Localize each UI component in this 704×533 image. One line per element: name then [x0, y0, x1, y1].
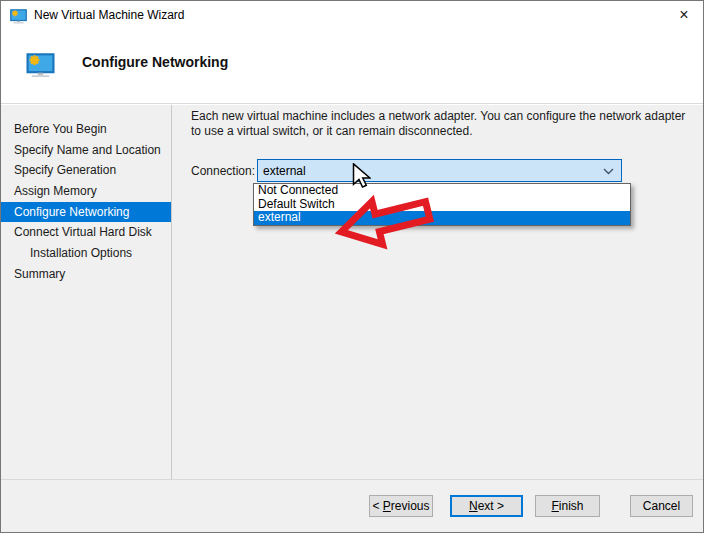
dropdown-option-default-switch[interactable]: Default Switch	[254, 198, 630, 212]
sidebar-step-before-you-begin[interactable]: Before You Begin	[1, 119, 171, 140]
cancel-button[interactable]: Cancel	[630, 495, 693, 517]
sidebar-step-assign-memory[interactable]: Assign Memory	[1, 181, 171, 202]
previous-button[interactable]: < Previous	[369, 495, 433, 517]
sidebar-step-configure-networking[interactable]: Configure Networking	[1, 202, 171, 223]
sidebar-step-specify-name-and-location[interactable]: Specify Name and Location	[1, 140, 171, 161]
finish-button[interactable]: Finish	[535, 495, 600, 517]
sidebar-step-specify-generation[interactable]: Specify Generation	[1, 160, 171, 181]
dropdown-option-external[interactable]: external	[254, 211, 630, 225]
button-bar: < PreviousNext >FinishCancel	[1, 480, 703, 533]
connection-dropdown-list: Not ConnectedDefault Switchexternal	[253, 183, 631, 226]
titlebar: New Virtual Machine Wizard ×	[1, 1, 703, 31]
sidebar-step-connect-virtual-hard-disk[interactable]: Connect Virtual Hard Disk	[1, 222, 171, 243]
window-title: New Virtual Machine Wizard	[34, 8, 185, 22]
next-button[interactable]: Next >	[450, 495, 523, 517]
chevron-down-icon	[603, 168, 614, 175]
vm-monitor-icon	[10, 9, 27, 24]
connection-selected-value: external	[263, 164, 306, 178]
wizard-header: Configure Networking	[1, 31, 703, 104]
wizard-window: New Virtual Machine Wizard × Configure N…	[0, 0, 704, 533]
wizard-steps-sidebar: Before You BeginSpecify Name and Locatio…	[1, 105, 172, 479]
close-icon[interactable]: ×	[669, 3, 699, 27]
sidebar-step-summary[interactable]: Summary	[1, 264, 171, 285]
connection-dropdown[interactable]: external	[257, 159, 622, 182]
sidebar-step-installation-options[interactable]: Installation Options	[1, 243, 171, 264]
page-title: Configure Networking	[82, 54, 228, 70]
instruction-text: Each new virtual machine includes a netw…	[191, 109, 687, 139]
vm-monitor-icon	[26, 53, 55, 78]
dropdown-option-not-connected[interactable]: Not Connected	[254, 184, 630, 198]
connection-label: Connection:	[191, 164, 255, 178]
